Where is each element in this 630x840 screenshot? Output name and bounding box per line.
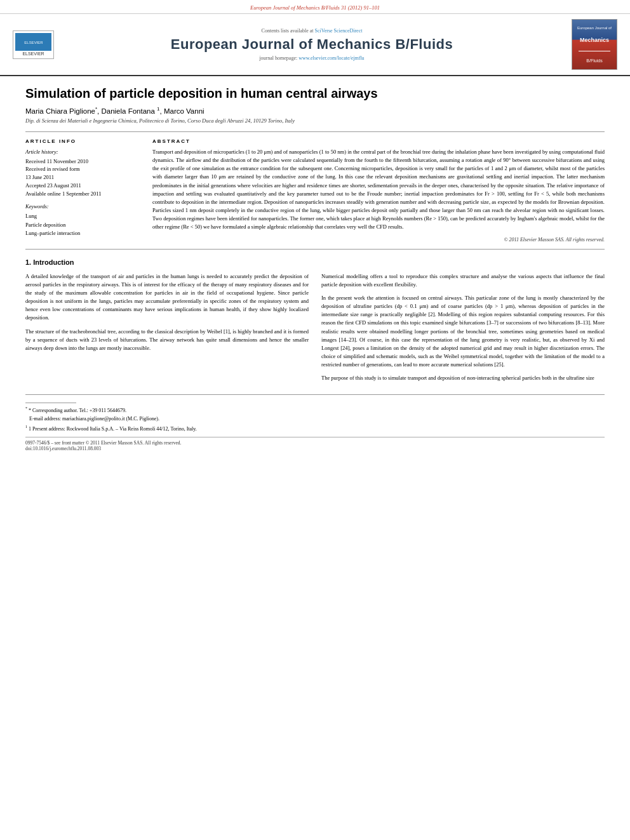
journal-main-title: European Journal of Mechanics B/Fluids (64, 36, 560, 53)
sciverse-link: SciVerse ScienceDirect (315, 28, 363, 34)
journal-reference: European Journal of Mechanics B/Fluids 3… (250, 4, 380, 11)
top-bar: European Journal of Mechanics B/Fluids 3… (0, 0, 630, 14)
intro-heading: 1. Introduction (25, 258, 605, 266)
history-label: Article history: (25, 148, 140, 156)
keyword-2: Particle deposition (25, 221, 140, 230)
thumb-title1: European Journal of (577, 26, 612, 30)
footnote-star: * * Corresponding author. Tel.: +39 011 … (25, 406, 605, 415)
available-online: Available online 1 September 2011 (25, 190, 140, 198)
svg-text:ELSEVIER: ELSEVIER (24, 41, 43, 44)
journal-header: ELSEVIER ELSEVIER Contents lists availab… (0, 14, 630, 76)
journal-thumbnail: European Journal of Mechanics B/Fluids (572, 19, 617, 70)
journal-title-area: Contents lists available at SciVerse Sci… (64, 28, 560, 61)
keyword-3: Lung–particle interaction (25, 229, 140, 238)
thumb-title3: B/Fluids (586, 58, 602, 63)
main-content: Simulation of particle deposition in hum… (0, 76, 630, 464)
copyright-notice: © 2011 Elsevier Masson SAS. All rights r… (152, 237, 605, 243)
intro-left-col: A detailed knowledge of the transport of… (25, 272, 309, 388)
article-info-label: ARTICLE INFO (25, 138, 140, 144)
revised-date: 13 June 2011 (25, 173, 140, 182)
received-revised-label: Received in revised form (25, 165, 140, 173)
abstract-col: ABSTRACT Transport and deposition of mic… (152, 138, 605, 243)
journal-thumbnail-area: European Journal of Mechanics B/Fluids (566, 19, 617, 70)
article-title: Simulation of particle deposition in hum… (25, 86, 605, 101)
rule-after-abstract (25, 249, 605, 250)
footnote-one: 1 1 Present address: Rockwood Italia S.p… (25, 424, 605, 433)
thumb-title2: Mechanics (580, 37, 609, 43)
footnotes-area: * * Corresponding author. Tel.: +39 011 … (25, 394, 605, 451)
footnote-divider (25, 403, 76, 403)
homepage-line: journal homepage: www.elsevier.com/locat… (64, 55, 560, 61)
intro-para-1: A detailed knowledge of the transport of… (25, 272, 309, 323)
keyword-1: Lung (25, 212, 140, 221)
keywords-block: Keywords: Lung Particle deposition Lung–… (25, 203, 140, 238)
article-info-col: ARTICLE INFO Article history: Received 1… (25, 138, 140, 243)
introduction-section: 1. Introduction A detailed knowledge of … (25, 258, 605, 388)
keywords-label: Keywords: (25, 203, 140, 211)
elsevier-icon: ELSEVIER (18, 35, 50, 49)
intro-right-para-1: Numerical modelling offers a tool to rep… (321, 272, 605, 289)
abstract-label: ABSTRACT (152, 138, 605, 144)
article-info-abstract-section: ARTICLE INFO Article history: Received 1… (25, 138, 605, 243)
article-history-block: Article history: Received 11 November 20… (25, 148, 140, 198)
footnotes-block: * * Corresponding author. Tel.: +39 011 … (25, 406, 605, 433)
affiliation: Dip. di Scienza dei Materiali e Ingegner… (25, 117, 605, 124)
keywords-list: Lung Particle deposition Lung–particle i… (25, 212, 140, 238)
footnote-email: E-mail address: mariachiara.piglione@pol… (25, 415, 605, 423)
homepage-link: www.elsevier.com/locate/ejmflu (298, 55, 364, 61)
rule-after-affiliation (25, 131, 605, 132)
intro-body-columns: A detailed knowledge of the transport of… (25, 272, 605, 388)
intro-right-para-2: In the present work the attention is foc… (321, 294, 605, 370)
intro-right-col: Numerical modelling offers a tool to rep… (321, 272, 605, 388)
thumb-divider (579, 51, 610, 51)
received-date: Received 11 November 2010 (25, 157, 140, 166)
intro-para-2: The structure of the tracheobronchial tr… (25, 328, 309, 353)
accepted-date: Accepted 23 August 2011 (25, 182, 140, 190)
abstract-text: Transport and deposition of microparticl… (152, 148, 605, 232)
issn-doi-line: 0997-7546/$ – see front matter © 2011 El… (25, 437, 605, 451)
sciverse-line: Contents lists available at SciVerse Sci… (64, 28, 560, 34)
elsevier-logo-area: ELSEVIER ELSEVIER (13, 30, 57, 59)
intro-right-para-3: The purpose of this study is to simulate… (321, 374, 605, 382)
authors-line: Maria Chiara Piglione*, Daniela Fontana … (25, 106, 605, 115)
